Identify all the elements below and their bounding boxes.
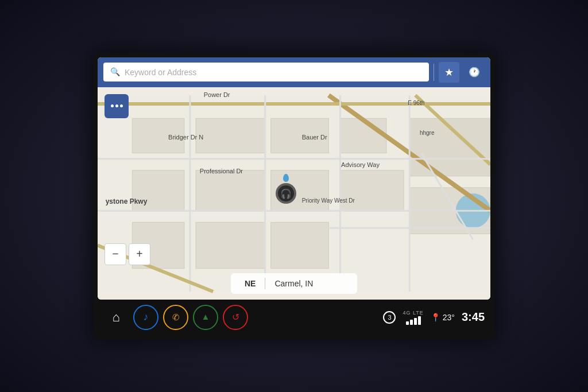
favorites-button[interactable]: ★ bbox=[439, 62, 459, 83]
search-bar: 🔍 Keyword or Address ★ 🕐 bbox=[98, 57, 490, 87]
search-divider bbox=[434, 64, 434, 81]
marker-water-drop bbox=[283, 174, 289, 182]
home-button[interactable]: ⌂ bbox=[103, 305, 129, 330]
alert-button[interactable]: ↺ bbox=[223, 305, 248, 330]
direction-indicator: NE bbox=[245, 279, 256, 288]
nav-right: 3 4G LTE 📍 23° 3:45 bbox=[383, 310, 485, 325]
navigation-button[interactable]: ▲ bbox=[193, 305, 218, 330]
svg-rect-2 bbox=[196, 118, 265, 153]
screen-bezel: 🔍 Keyword or Address ★ 🕐 bbox=[93, 53, 495, 340]
nav-bar: ⌂ ♪ ✆ ▲ ↺ 3 4G LTE bbox=[98, 300, 490, 335]
signal-bar-4 bbox=[418, 316, 421, 325]
svg-rect-1 bbox=[132, 118, 184, 153]
zoom-controls: − + bbox=[105, 243, 150, 265]
music-icon: ♪ bbox=[144, 311, 149, 323]
alert-icon: ↺ bbox=[232, 312, 239, 323]
music-button[interactable]: ♪ bbox=[133, 305, 158, 330]
signal-bar-1 bbox=[406, 321, 409, 325]
zoom-out-button[interactable]: − bbox=[105, 243, 126, 265]
marker-circle-outer: 🎧 bbox=[276, 183, 296, 204]
phone-icon: ✆ bbox=[172, 312, 180, 323]
marker-symbol: 🎧 bbox=[280, 188, 292, 199]
signal-bar-3 bbox=[414, 318, 417, 325]
zoom-in-button[interactable]: + bbox=[129, 243, 150, 265]
temperature-value: 23° bbox=[443, 313, 455, 322]
svg-rect-6 bbox=[196, 170, 265, 210]
menu-button[interactable] bbox=[105, 94, 129, 118]
svg-rect-11 bbox=[271, 222, 329, 268]
map-screen: 🔍 Keyword or Address ★ 🕐 bbox=[98, 57, 490, 300]
marker-circle-inner: 🎧 bbox=[278, 185, 294, 201]
city-indicator: Carmel, IN bbox=[274, 279, 313, 288]
svg-rect-4 bbox=[340, 118, 386, 153]
temperature-display: 📍 23° bbox=[431, 313, 455, 322]
location-icon: 📍 bbox=[431, 313, 440, 322]
nav-left: ⌂ ♪ ✆ ▲ ↺ bbox=[103, 305, 381, 330]
menu-dots bbox=[111, 104, 123, 107]
svg-rect-5 bbox=[132, 170, 184, 210]
history-button[interactable]: 🕐 bbox=[464, 62, 485, 83]
search-placeholder: Keyword or Address bbox=[125, 68, 196, 77]
notification-badge[interactable]: 3 bbox=[383, 311, 396, 324]
search-input-container[interactable]: 🔍 Keyword or Address bbox=[103, 63, 429, 81]
search-icon: 🔍 bbox=[110, 67, 120, 77]
home-icon: ⌂ bbox=[112, 310, 119, 325]
svg-rect-8 bbox=[340, 170, 404, 210]
location-marker: 🎧 bbox=[276, 174, 296, 204]
history-icon: 🕐 bbox=[469, 67, 480, 77]
time-display: 3:45 bbox=[462, 311, 485, 324]
phone-button[interactable]: ✆ bbox=[163, 305, 188, 330]
signal-bar-2 bbox=[410, 320, 413, 325]
signal-bars bbox=[406, 316, 421, 325]
nav-map-icon: ▲ bbox=[202, 312, 210, 322]
signal-area: 4G LTE bbox=[403, 310, 423, 325]
signal-label: 4G LTE bbox=[403, 310, 423, 316]
map-area: Power Dr Bridger Dr N Bauer Dr E 96th hh… bbox=[98, 87, 490, 300]
svg-rect-10 bbox=[196, 222, 265, 268]
status-divider bbox=[265, 278, 265, 289]
svg-rect-3 bbox=[271, 118, 329, 153]
map-status-bar: NE Carmel, IN bbox=[231, 273, 357, 294]
